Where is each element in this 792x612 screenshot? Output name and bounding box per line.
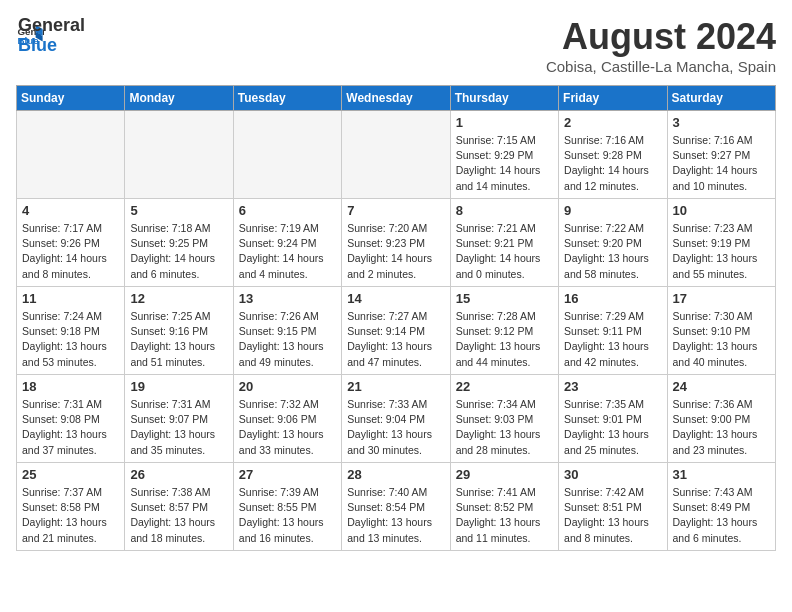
calendar-cell: 9Sunrise: 7:22 AM Sunset: 9:20 PM Daylig… [559,199,667,287]
title-area: August 2024 Cobisa, Castille-La Mancha, … [546,16,776,75]
calendar-cell [17,111,125,199]
calendar-cell: 7Sunrise: 7:20 AM Sunset: 9:23 PM Daylig… [342,199,450,287]
day-number: 22 [456,379,553,394]
day-info: Sunrise: 7:15 AM Sunset: 9:29 PM Dayligh… [456,133,553,194]
day-number: 10 [673,203,770,218]
day-number: 26 [130,467,227,482]
calendar-cell: 21Sunrise: 7:33 AM Sunset: 9:04 PM Dayli… [342,375,450,463]
calendar-cell: 22Sunrise: 7:34 AM Sunset: 9:03 PM Dayli… [450,375,558,463]
calendar-cell: 28Sunrise: 7:40 AM Sunset: 8:54 PM Dayli… [342,463,450,551]
location-subtitle: Cobisa, Castille-La Mancha, Spain [546,58,776,75]
calendar-cell: 12Sunrise: 7:25 AM Sunset: 9:16 PM Dayli… [125,287,233,375]
calendar-cell: 27Sunrise: 7:39 AM Sunset: 8:55 PM Dayli… [233,463,341,551]
page-header: General Blue General Blue August 2024 Co… [16,16,776,75]
day-number: 29 [456,467,553,482]
calendar-cell [342,111,450,199]
day-number: 28 [347,467,444,482]
day-number: 7 [347,203,444,218]
weekday-header-saturday: Saturday [667,86,775,111]
calendar-cell: 8Sunrise: 7:21 AM Sunset: 9:21 PM Daylig… [450,199,558,287]
day-number: 5 [130,203,227,218]
day-number: 4 [22,203,119,218]
day-info: Sunrise: 7:23 AM Sunset: 9:19 PM Dayligh… [673,221,770,282]
day-info: Sunrise: 7:22 AM Sunset: 9:20 PM Dayligh… [564,221,661,282]
calendar-cell [233,111,341,199]
day-number: 11 [22,291,119,306]
logo-general: General [18,16,85,36]
calendar-cell: 5Sunrise: 7:18 AM Sunset: 9:25 PM Daylig… [125,199,233,287]
calendar-cell [125,111,233,199]
calendar-cell: 6Sunrise: 7:19 AM Sunset: 9:24 PM Daylig… [233,199,341,287]
day-info: Sunrise: 7:31 AM Sunset: 9:07 PM Dayligh… [130,397,227,458]
day-number: 1 [456,115,553,130]
day-number: 19 [130,379,227,394]
day-info: Sunrise: 7:27 AM Sunset: 9:14 PM Dayligh… [347,309,444,370]
day-info: Sunrise: 7:38 AM Sunset: 8:57 PM Dayligh… [130,485,227,546]
day-number: 20 [239,379,336,394]
day-info: Sunrise: 7:18 AM Sunset: 9:25 PM Dayligh… [130,221,227,282]
day-number: 23 [564,379,661,394]
day-number: 24 [673,379,770,394]
day-number: 8 [456,203,553,218]
weekday-header-sunday: Sunday [17,86,125,111]
day-info: Sunrise: 7:29 AM Sunset: 9:11 PM Dayligh… [564,309,661,370]
day-number: 2 [564,115,661,130]
day-info: Sunrise: 7:25 AM Sunset: 9:16 PM Dayligh… [130,309,227,370]
calendar-cell: 14Sunrise: 7:27 AM Sunset: 9:14 PM Dayli… [342,287,450,375]
day-number: 15 [456,291,553,306]
calendar-cell: 24Sunrise: 7:36 AM Sunset: 9:00 PM Dayli… [667,375,775,463]
day-info: Sunrise: 7:21 AM Sunset: 9:21 PM Dayligh… [456,221,553,282]
calendar-cell: 25Sunrise: 7:37 AM Sunset: 8:58 PM Dayli… [17,463,125,551]
day-info: Sunrise: 7:32 AM Sunset: 9:06 PM Dayligh… [239,397,336,458]
calendar-cell: 30Sunrise: 7:42 AM Sunset: 8:51 PM Dayli… [559,463,667,551]
calendar-week-3: 11Sunrise: 7:24 AM Sunset: 9:18 PM Dayli… [17,287,776,375]
day-info: Sunrise: 7:33 AM Sunset: 9:04 PM Dayligh… [347,397,444,458]
logo: General Blue General Blue [16,16,85,56]
calendar-cell: 23Sunrise: 7:35 AM Sunset: 9:01 PM Dayli… [559,375,667,463]
month-title: August 2024 [546,16,776,58]
day-info: Sunrise: 7:30 AM Sunset: 9:10 PM Dayligh… [673,309,770,370]
day-info: Sunrise: 7:17 AM Sunset: 9:26 PM Dayligh… [22,221,119,282]
calendar-cell: 1Sunrise: 7:15 AM Sunset: 9:29 PM Daylig… [450,111,558,199]
day-number: 17 [673,291,770,306]
day-info: Sunrise: 7:39 AM Sunset: 8:55 PM Dayligh… [239,485,336,546]
day-number: 18 [22,379,119,394]
day-number: 13 [239,291,336,306]
weekday-header-monday: Monday [125,86,233,111]
day-info: Sunrise: 7:16 AM Sunset: 9:28 PM Dayligh… [564,133,661,194]
calendar-cell: 15Sunrise: 7:28 AM Sunset: 9:12 PM Dayli… [450,287,558,375]
calendar-table: SundayMondayTuesdayWednesdayThursdayFrid… [16,85,776,551]
day-info: Sunrise: 7:24 AM Sunset: 9:18 PM Dayligh… [22,309,119,370]
calendar-cell: 4Sunrise: 7:17 AM Sunset: 9:26 PM Daylig… [17,199,125,287]
day-info: Sunrise: 7:28 AM Sunset: 9:12 PM Dayligh… [456,309,553,370]
weekday-header-tuesday: Tuesday [233,86,341,111]
calendar-cell: 18Sunrise: 7:31 AM Sunset: 9:08 PM Dayli… [17,375,125,463]
calendar-cell: 16Sunrise: 7:29 AM Sunset: 9:11 PM Dayli… [559,287,667,375]
day-info: Sunrise: 7:37 AM Sunset: 8:58 PM Dayligh… [22,485,119,546]
calendar-week-2: 4Sunrise: 7:17 AM Sunset: 9:26 PM Daylig… [17,199,776,287]
weekday-header-friday: Friday [559,86,667,111]
day-info: Sunrise: 7:40 AM Sunset: 8:54 PM Dayligh… [347,485,444,546]
day-number: 31 [673,467,770,482]
day-number: 12 [130,291,227,306]
day-number: 3 [673,115,770,130]
day-number: 25 [22,467,119,482]
calendar-cell: 11Sunrise: 7:24 AM Sunset: 9:18 PM Dayli… [17,287,125,375]
calendar-cell: 19Sunrise: 7:31 AM Sunset: 9:07 PM Dayli… [125,375,233,463]
weekday-header-wednesday: Wednesday [342,86,450,111]
calendar-week-1: 1Sunrise: 7:15 AM Sunset: 9:29 PM Daylig… [17,111,776,199]
calendar-week-4: 18Sunrise: 7:31 AM Sunset: 9:08 PM Dayli… [17,375,776,463]
day-number: 27 [239,467,336,482]
day-number: 14 [347,291,444,306]
day-number: 6 [239,203,336,218]
day-info: Sunrise: 7:42 AM Sunset: 8:51 PM Dayligh… [564,485,661,546]
day-info: Sunrise: 7:35 AM Sunset: 9:01 PM Dayligh… [564,397,661,458]
calendar-cell: 13Sunrise: 7:26 AM Sunset: 9:15 PM Dayli… [233,287,341,375]
calendar-cell: 17Sunrise: 7:30 AM Sunset: 9:10 PM Dayli… [667,287,775,375]
day-number: 16 [564,291,661,306]
day-info: Sunrise: 7:20 AM Sunset: 9:23 PM Dayligh… [347,221,444,282]
weekday-header-thursday: Thursday [450,86,558,111]
day-info: Sunrise: 7:26 AM Sunset: 9:15 PM Dayligh… [239,309,336,370]
day-info: Sunrise: 7:41 AM Sunset: 8:52 PM Dayligh… [456,485,553,546]
calendar-cell: 3Sunrise: 7:16 AM Sunset: 9:27 PM Daylig… [667,111,775,199]
